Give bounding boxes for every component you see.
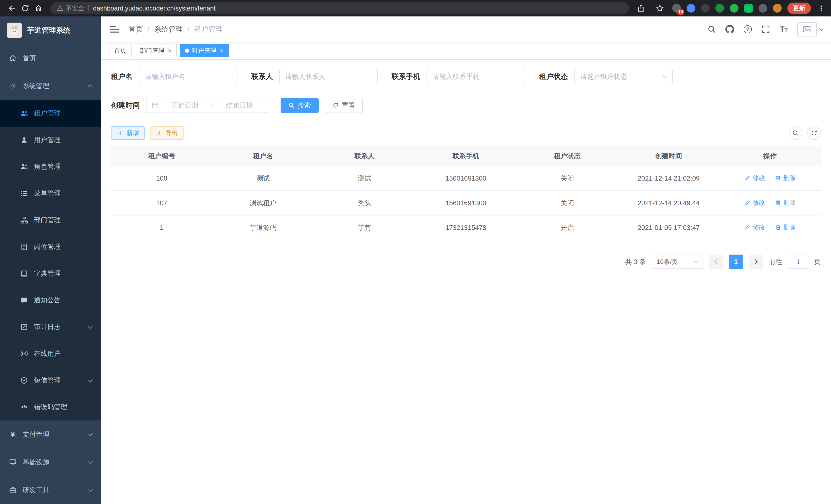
sidebar-item-infra[interactable]: 基础设施 <box>0 448 101 476</box>
app-frame: 芋道管理系统 首页 系统管理 租户管理 <box>0 17 831 504</box>
reload-button[interactable] <box>19 2 32 15</box>
sidebar-item-devtools[interactable]: 研发工具 <box>0 476 101 504</box>
sidebar-item-post[interactable]: 岗位管理 <box>0 234 101 260</box>
url-bar[interactable]: 不安全 dashboard.yudao.iocoder.cn/system/te… <box>50 2 629 14</box>
sidebar-item-error-code[interactable]: </> 错误码管理 <box>0 394 101 420</box>
tab-home[interactable]: 首页 <box>109 44 132 57</box>
update-button[interactable]: 更新 <box>787 3 811 14</box>
refresh-table-button[interactable] <box>807 126 821 140</box>
page-button-1[interactable]: 1 <box>729 255 743 269</box>
edit-link[interactable]: 修改 <box>744 223 765 232</box>
fullscreen-button[interactable] <box>761 25 770 34</box>
delete-link[interactable]: 删除 <box>775 223 796 232</box>
column-header: 租户编号 <box>111 146 212 166</box>
sidebar-item-dept[interactable]: 部门管理 <box>0 207 101 234</box>
avatar-dropdown[interactable] <box>797 22 823 36</box>
contact-input[interactable] <box>285 73 372 81</box>
start-date-placeholder: 开始日期 <box>162 101 208 110</box>
font-size-button[interactable]: TT <box>779 25 789 34</box>
sidebar: 芋道管理系统 首页 系统管理 租户管理 <box>0 17 101 504</box>
tenant-name-field <box>139 69 237 84</box>
cell-tenant-id: 1 <box>111 215 212 240</box>
sidebar-item-tenant[interactable]: 租户管理 <box>0 100 101 127</box>
extension-icon-7[interactable] <box>758 4 767 12</box>
add-button[interactable]: 新增 <box>111 126 145 140</box>
filter-contact: 联系人 <box>251 69 378 84</box>
page-size-select[interactable]: 10条/页 <box>652 255 703 269</box>
breadcrumb-item[interactable]: 系统管理 <box>154 24 183 34</box>
refresh-icon <box>333 102 339 109</box>
share-icon <box>636 4 645 12</box>
delete-link[interactable]: 删除 <box>775 174 796 182</box>
delete-icon <box>775 175 781 181</box>
sidebar-logo[interactable]: 芋道管理系统 <box>0 17 101 44</box>
rabbit-icon <box>9 25 20 36</box>
tab-label: 部门管理 <box>140 47 165 55</box>
home-button[interactable] <box>32 2 45 15</box>
goto-page-input[interactable] <box>788 255 808 269</box>
tab-dept[interactable]: 部门管理 × <box>135 44 177 57</box>
app-title: 芋道管理系统 <box>27 25 70 35</box>
broken-image-icon <box>803 25 811 33</box>
breadcrumb-item[interactable]: 首页 <box>128 24 143 34</box>
tab-tenant[interactable]: 租户管理 × <box>180 44 229 57</box>
filter-tenant-name: 租户名 <box>111 69 237 84</box>
sidebar-item-online-user[interactable]: 在线用户 <box>0 340 101 367</box>
prev-page-button[interactable] <box>709 255 723 269</box>
security-chip[interactable]: 不安全 <box>57 4 84 12</box>
share-button[interactable] <box>634 2 648 15</box>
delete-link[interactable]: 删除 <box>775 199 796 207</box>
extension-icon-2[interactable] <box>687 4 695 12</box>
sidebar-item-label: 菜单管理 <box>34 189 61 198</box>
sidebar-item-user[interactable]: 用户管理 <box>0 127 101 153</box>
sidebar-item-sms[interactable]: 短信管理 <box>0 367 101 394</box>
header-search-button[interactable] <box>707 25 716 34</box>
close-icon[interactable]: × <box>168 48 172 54</box>
github-button[interactable] <box>725 25 735 34</box>
extension-icon-8[interactable] <box>773 4 782 12</box>
edit-link[interactable]: 修改 <box>744 199 765 207</box>
chevron-down-icon <box>88 487 93 492</box>
sidebar-item-system[interactable]: 系统管理 <box>0 72 101 100</box>
sidebar-item-pay[interactable]: ¥ 支付管理 <box>0 420 101 448</box>
plus-icon <box>117 130 123 136</box>
status-select[interactable]: 请选择租户状态 <box>574 69 673 84</box>
sidebar-item-notice[interactable]: 通知公告 <box>0 287 101 314</box>
close-icon[interactable]: × <box>220 48 224 54</box>
sidebar-item-audit-log[interactable]: 审计日志 <box>0 314 101 340</box>
back-button[interactable] <box>5 2 19 15</box>
extension-icon-1[interactable]: 10 <box>672 4 681 12</box>
chevron-down-icon <box>819 27 824 31</box>
home-icon <box>9 54 17 62</box>
sidebar-item-home[interactable]: 首页 <box>0 44 101 72</box>
delete-label: 删除 <box>783 199 796 207</box>
help-button[interactable]: ? <box>743 25 752 34</box>
export-button[interactable]: 导出 <box>150 126 184 140</box>
toggle-search-button[interactable] <box>789 126 802 140</box>
sidebar-item-label: 首页 <box>23 54 36 63</box>
extension-icon-4[interactable] <box>715 4 724 12</box>
sidebar-item-menu[interactable]: 菜单管理 <box>0 180 101 207</box>
tab-label: 首页 <box>114 47 126 55</box>
sidebar-item-dict[interactable]: 字典管理 <box>0 260 101 287</box>
sidebar-item-label: 研发工具 <box>23 485 49 495</box>
reset-button[interactable]: 重置 <box>325 98 363 113</box>
extension-icon-5[interactable] <box>730 4 739 12</box>
extension-icon-3[interactable] <box>701 4 710 12</box>
sidebar-item-role[interactable]: 角色管理 <box>0 153 101 180</box>
sidebar-collapse-button[interactable] <box>109 24 120 35</box>
date-range-picker[interactable]: 开始日期 - 结束日期 <box>146 98 268 113</box>
browser-menu-button[interactable]: ⋮ <box>816 4 826 12</box>
extension-icon-6[interactable] <box>744 4 753 12</box>
avatar <box>797 22 816 36</box>
edit-link[interactable]: 修改 <box>744 174 765 182</box>
table-toolbar: 新增 导出 <box>111 126 821 140</box>
bookmark-button[interactable] <box>653 2 666 15</box>
tenant-name-input[interactable] <box>145 73 231 81</box>
add-button-label: 新增 <box>126 129 139 137</box>
search-button[interactable]: 搜索 <box>281 98 319 113</box>
font-size-small-glyph: T <box>784 27 787 33</box>
next-page-button[interactable] <box>749 255 763 269</box>
phone-input[interactable] <box>433 73 519 81</box>
cell-tenant-name: 测试 <box>212 166 314 190</box>
